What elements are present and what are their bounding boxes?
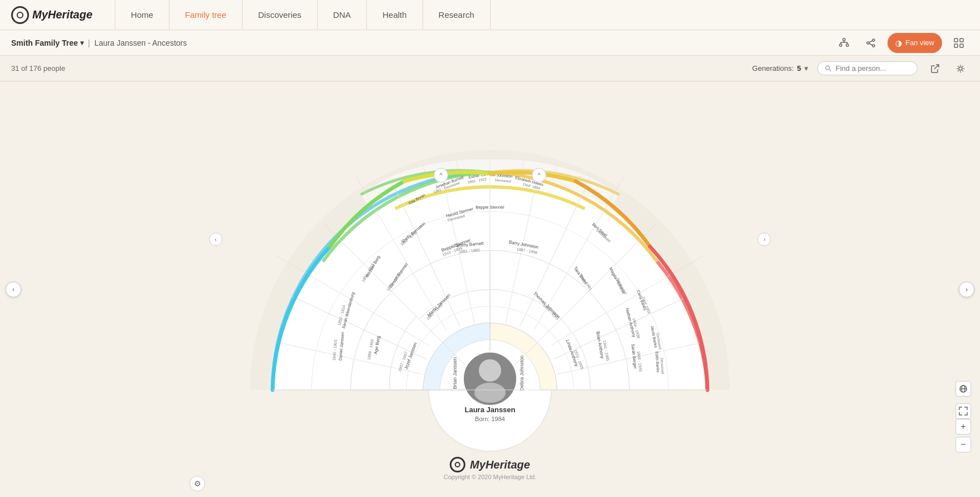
svg-rect-1 — [840, 44, 842, 46]
generations-value: 5 — [797, 64, 801, 73]
zoom-out-button[interactable]: − — [955, 437, 971, 452]
globe-button[interactable] — [955, 381, 971, 397]
breadcrumb-bar: Smith Family Tree ▾ | Laura Janssen - An… — [0, 30, 980, 56]
bottom-logo: MyHeritage Copyright © 2020 MyHeritage L… — [444, 457, 536, 480]
breadcrumb-person: Laura Janssen - Ancestors — [94, 38, 187, 47]
bottom-logo-text: MyHeritage — [470, 459, 530, 471]
find-person-input[interactable] — [836, 64, 908, 73]
svg-rect-12 — [954, 38, 958, 42]
nav-family-tree[interactable]: Family tree — [169, 0, 242, 30]
svg-point-37 — [479, 359, 501, 382]
top-left-arrow[interactable]: ^ — [434, 168, 448, 182]
logo-icon — [11, 6, 29, 24]
tree-view-button[interactable] — [834, 33, 854, 53]
search-icon — [824, 65, 832, 73]
svg-rect-0 — [843, 38, 845, 41]
svg-line-11 — [869, 44, 872, 45]
logo-text: MyHeritage — [32, 8, 93, 21]
breadcrumb-separator: | — [88, 38, 90, 47]
svg-point-7 — [872, 39, 875, 41]
svg-point-8 — [867, 42, 869, 44]
svg-point-9 — [872, 45, 875, 47]
svg-text:Brian Janssen: Brian Janssen — [452, 357, 458, 389]
grid-view-button[interactable] — [949, 33, 969, 53]
svg-line-17 — [829, 69, 832, 71]
scroll-right-arrow[interactable]: › — [959, 282, 974, 297]
logo-inner-circle — [17, 12, 23, 18]
generations-control: Generations: 5 ▾ — [752, 64, 808, 73]
nav-dna[interactable]: DNA — [318, 0, 367, 30]
zoom-in-button[interactable]: + — [955, 419, 971, 435]
fan-left-arrow[interactable]: ‹ — [209, 233, 222, 246]
svg-text:Debra Johnston: Debra Johnston — [519, 355, 525, 391]
fan-right-arrow[interactable]: › — [758, 233, 771, 246]
logo[interactable]: MyHeritage — [11, 6, 93, 24]
svg-line-10 — [869, 41, 872, 42]
svg-rect-15 — [960, 44, 963, 47]
svg-text:Born: 1984: Born: 1984 — [475, 416, 505, 422]
svg-point-19 — [959, 67, 962, 70]
fan-chart-container: Laura Janssen Born: 1984 Brian Janssen D… — [239, 139, 741, 498]
header: MyHeritage Home Family tree Discoveries … — [0, 0, 980, 30]
scroll-left-arrow[interactable]: ‹ — [6, 282, 21, 297]
share-button[interactable] — [926, 60, 943, 77]
svg-point-38 — [474, 383, 506, 403]
svg-line-18 — [934, 65, 939, 69]
main-nav: Home Family tree Discoveries DNA Health … — [115, 0, 969, 30]
share-tree-button[interactable] — [861, 33, 881, 53]
breadcrumb-left: Smith Family Tree ▾ | Laura Janssen - An… — [11, 38, 834, 47]
svg-rect-14 — [954, 44, 958, 47]
find-person-box[interactable] — [817, 61, 918, 75]
top-right-arrow[interactable]: ^ — [532, 168, 546, 182]
generations-dropdown[interactable]: ▾ — [804, 64, 808, 73]
bottom-copyright: Copyright © 2020 MyHeritage Ltd. — [444, 474, 536, 480]
settings-button[interactable] — [952, 60, 969, 77]
svg-text:Beppie Stenner: Beppie Stenner — [476, 205, 504, 210]
nav-research[interactable]: Research — [423, 0, 491, 30]
breadcrumb-right: ◑ Fan view — [834, 33, 969, 53]
zoom-controls: + − — [955, 419, 971, 452]
fan-chart-svg: Laura Janssen Born: 1984 Brian Janssen D… — [239, 139, 741, 498]
svg-point-16 — [826, 66, 829, 70]
nav-home[interactable]: Home — [115, 0, 169, 30]
breadcrumb-tree-name[interactable]: Smith Family Tree ▾ — [11, 38, 84, 47]
svg-rect-2 — [846, 44, 848, 46]
nav-discoveries[interactable]: Discoveries — [242, 0, 318, 30]
main-canvas: Laura Janssen Born: 1984 Brian Janssen D… — [0, 81, 980, 497]
nav-health[interactable]: Health — [367, 0, 423, 30]
svg-rect-13 — [960, 38, 963, 42]
toolbar-right: Generations: 5 ▾ — [752, 60, 969, 77]
fan-view-button[interactable]: ◑ Fan view — [887, 33, 942, 53]
toolbar: 31 of 176 people Generations: 5 ▾ — [0, 56, 980, 81]
people-count: 31 of 176 people — [11, 64, 752, 73]
fan-settings-gear[interactable]: ⚙ — [190, 476, 205, 491]
fullscreen-button[interactable] — [955, 403, 971, 419]
svg-text:Laura Janssen: Laura Janssen — [464, 406, 515, 414]
